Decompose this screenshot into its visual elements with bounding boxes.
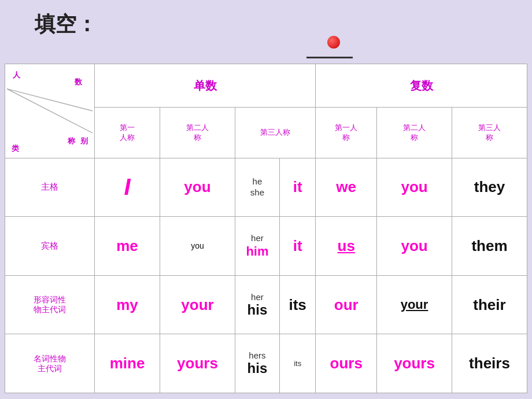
noun-possessive-label: 名词性物 主代词 xyxy=(5,334,95,393)
nom-first-sing: I xyxy=(95,158,160,217)
obj-first-plural: us xyxy=(316,217,377,276)
nom-third-sing-it: it xyxy=(279,158,315,217)
red-ball-decoration xyxy=(327,36,340,49)
obj-first-sing: me xyxy=(95,217,160,276)
adj-third-sing-its: its xyxy=(279,275,315,334)
adj-second-sing: your xyxy=(160,275,235,334)
adj-first-plural: our xyxy=(316,275,377,334)
page-title: 填空： xyxy=(35,10,97,39)
noun-third-sing-its: its xyxy=(279,334,315,393)
obj-third-sing-it: it xyxy=(279,217,315,276)
corner-cell: 人 数 称 别 类 xyxy=(5,64,95,158)
noun-third-sing-his: hers his xyxy=(235,334,279,393)
noun-third-plural: theirs xyxy=(452,334,527,393)
page-container: 填空： 人 数 称 别 类 xyxy=(0,0,532,399)
nominative-label: 主格 xyxy=(5,158,95,217)
dash-line-decoration xyxy=(306,57,353,58)
nom-second-sing: you xyxy=(160,158,235,217)
svg-line-1 xyxy=(7,89,93,111)
nom-first-plural: we xyxy=(316,158,377,217)
obj-third-sing-him: her him xyxy=(235,217,279,276)
sub-second-singular: 第二人 称 xyxy=(160,108,235,158)
noun-first-sing: mine xyxy=(95,334,160,393)
noun-first-plural: ours xyxy=(316,334,377,393)
objective-row: 宾格 me you her him it us xyxy=(5,217,527,276)
svg-line-0 xyxy=(7,89,93,133)
title-area: 填空： xyxy=(0,0,532,43)
noun-possessive-row: 名词性物 主代词 mine yours hers his xyxy=(5,334,527,393)
corner-label-cheng: 称 xyxy=(68,136,75,146)
obj-third-plural: them xyxy=(452,217,527,276)
adj-third-sing-his: her his xyxy=(235,275,279,334)
nom-second-plural: you xyxy=(377,158,452,217)
noun-second-sing: yours xyxy=(160,334,235,393)
nom-third-plural: they xyxy=(452,158,527,217)
nom-third-sing-he: he she xyxy=(235,158,279,217)
obj-second-plural: you xyxy=(377,217,452,276)
plural-header: 复数 xyxy=(316,64,527,108)
singular-header: 单数 xyxy=(95,64,316,108)
adj-third-plural: their xyxy=(452,275,527,334)
nominative-row: 主格 I you he she it we xyxy=(5,158,527,217)
corner-label-shu: 数 xyxy=(75,77,82,87)
sub-third-plural: 第三人 称 xyxy=(452,108,527,158)
adj-first-sing: my xyxy=(95,275,160,334)
pronoun-table-wrapper: 人 数 称 别 类 单数 复数 第一 xyxy=(5,64,527,393)
sub-third-singular: 第三人称 xyxy=(235,108,315,158)
adj-possessive-row: 形容词性 物主代词 my your her his its xyxy=(5,275,527,334)
sub-first-plural: 第一人 称 xyxy=(316,108,377,158)
corner-label-bie: 别 xyxy=(80,136,88,146)
header-main-row: 人 数 称 别 类 单数 复数 xyxy=(5,64,527,108)
adj-second-plural: your xyxy=(377,275,452,334)
sub-first-singular: 第一 人称 xyxy=(95,108,160,158)
sub-second-plural: 第二人 称 xyxy=(377,108,452,158)
pronoun-table: 人 数 称 别 类 单数 复数 第一 xyxy=(5,64,527,393)
adj-possessive-label: 形容词性 物主代词 xyxy=(5,275,95,334)
objective-label: 宾格 xyxy=(5,217,95,276)
obj-second-sing: you xyxy=(160,217,235,276)
noun-second-plural: yours xyxy=(377,334,452,393)
corner-label-lei: 类 xyxy=(12,143,19,154)
corner-label-ren: 人 xyxy=(13,70,20,80)
